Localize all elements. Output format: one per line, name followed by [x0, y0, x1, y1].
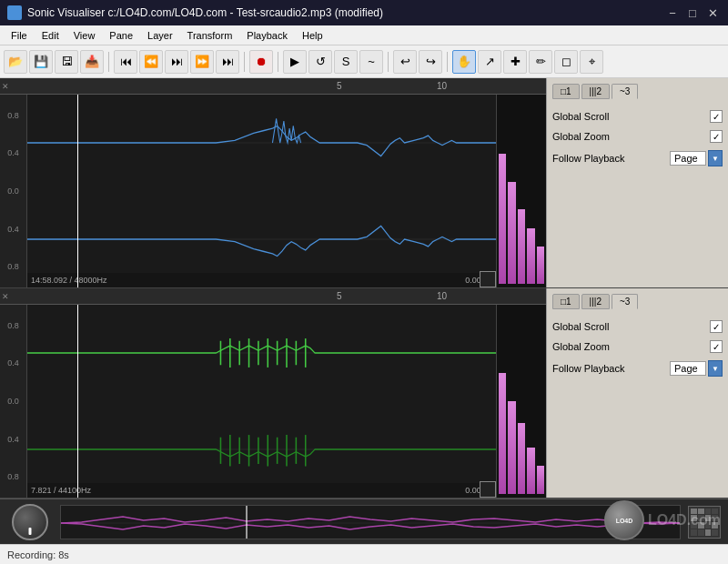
global-scroll-label-2: Global Scroll	[552, 321, 609, 332]
wave-status-1: 14:58.092 / 48000Hz 0.000|0	[27, 273, 496, 287]
follow-playback-value-2: Page	[670, 361, 706, 376]
status-bar: Recording: 8s	[0, 544, 728, 564]
loop-button[interactable]: ↺	[308, 50, 332, 74]
fast-forward[interactable]: ⏩	[190, 50, 214, 74]
close-button[interactable]: ✕	[704, 5, 721, 21]
erase-tool[interactable]: ◻	[554, 50, 578, 74]
menu-edit[interactable]: Edit	[35, 28, 66, 43]
menu-pane[interactable]: Pane	[102, 28, 140, 43]
y-label: 0.8	[7, 111, 19, 120]
follow-playback-label-1: Follow Playback	[552, 153, 624, 164]
watermark-area: LO4D LO4D.com	[604, 500, 721, 540]
menu-help[interactable]: Help	[295, 28, 330, 43]
playhead-1	[77, 95, 78, 287]
toolbar-sep-4	[388, 52, 389, 72]
record-button[interactable]: ⏺	[249, 50, 273, 74]
minimize-button[interactable]: −	[664, 5, 681, 21]
playback-waveform[interactable]	[60, 505, 681, 539]
follow-playback-row-1: Follow Playback Page ▼	[552, 148, 723, 168]
measure-tool[interactable]: ⌖	[580, 50, 603, 74]
save-button[interactable]: 💾	[29, 50, 53, 74]
open-button[interactable]: 📂	[4, 50, 27, 74]
undo-button[interactable]: ↩	[393, 50, 417, 74]
side-tab-2-wave[interactable]: □1	[552, 294, 580, 309]
meter-bar-1b	[508, 182, 515, 284]
edit-tool[interactable]: ✚	[503, 50, 527, 74]
global-scroll-row-1: Global Scroll	[552, 108, 723, 125]
ruler-tick-5-1: 5	[337, 81, 342, 91]
toolbar: 📂 💾 🖫 📥 ⏮ ⏪ ⏭ ⏩ ⏭ ⏺ ▶ ↺ S ~ ↩ ↪ ✋ ↗ ✚ ✏ …	[0, 45, 728, 78]
loop-checkbox-2[interactable]	[480, 481, 496, 498]
menu-transform[interactable]: Transform	[180, 28, 240, 43]
side-tab-2-spectrogram[interactable]: ~3	[612, 294, 638, 309]
meter-bar-2e	[537, 466, 544, 494]
menu-view[interactable]: View	[66, 28, 103, 43]
y-label-2: 0.4	[7, 358, 19, 368]
follow-playback-arrow-1[interactable]: ▼	[708, 150, 723, 166]
meter-bar-2c	[518, 423, 525, 494]
global-zoom-checkbox-1[interactable]	[710, 130, 723, 143]
y-label: 0.4	[7, 225, 19, 234]
solo-button[interactable]: S	[334, 50, 358, 74]
y-label-2: 0.4	[7, 435, 19, 444]
mute-button[interactable]: ~	[359, 50, 383, 74]
toolbar-sep-2	[244, 52, 245, 72]
side-tab-1-spectrum[interactable]: |||2	[581, 84, 610, 99]
menu-layer[interactable]: Layer	[140, 28, 180, 43]
menu-playback[interactable]: Playback	[239, 28, 295, 43]
play-pause[interactable]: ⏭	[165, 50, 188, 74]
app-icon	[7, 5, 22, 20]
y-label: 0.0	[7, 186, 19, 196]
toolbar-sep-1	[108, 52, 109, 72]
select-tool[interactable]: ↗	[478, 50, 501, 74]
side-tab-1-wave[interactable]: □1	[552, 84, 580, 99]
meter-bar-2b	[508, 401, 515, 494]
wave-ruler-1: ✕ 5 10	[0, 78, 546, 95]
wave-ruler-2: ✕ 5 10	[0, 288, 546, 305]
navigate-tool[interactable]: ✋	[452, 50, 476, 74]
global-zoom-checkbox-2[interactable]	[710, 340, 723, 353]
ruler-tick-10-2: 10	[437, 291, 447, 301]
wave-left-1[interactable]: ✕ 5 10 0.8 0.4 0.0 0.4 0.8	[0, 78, 546, 287]
wave-canvas-1[interactable]: 0.8 0.4 0.0 0.4 0.8	[0, 95, 546, 287]
meter-bar-2d	[527, 448, 534, 494]
side-tabs-1: □1 |||2 ~3	[552, 84, 723, 99]
global-scroll-checkbox-1[interactable]	[710, 110, 723, 123]
wave-left-2[interactable]: ✕ 5 10 0.8 0.4 0.0 0.4 0.8	[0, 288, 546, 498]
global-scroll-label-1: Global Scroll	[552, 111, 609, 122]
y-label: 0.8	[7, 262, 19, 271]
side-tab-2-spectrum[interactable]: |||2	[581, 294, 610, 309]
toolbar-sep-3	[278, 52, 278, 72]
follow-playback-row-2: Follow Playback Page ▼	[552, 358, 723, 378]
side-tab-1-spectrogram[interactable]: ~3	[612, 84, 638, 99]
global-scroll-checkbox-2[interactable]	[710, 320, 723, 333]
maximize-button[interactable]: □	[684, 5, 701, 21]
side-panel-2: □1 |||2 ~3 Global Scroll Global Zoom Fol…	[546, 288, 728, 498]
wave-content-2	[27, 305, 546, 498]
wave-canvas-2[interactable]: 0.8 0.4 0.0 0.4 0.8	[0, 305, 546, 498]
save-as-button[interactable]: 🖫	[55, 50, 78, 74]
side-panel-1: □1 |||2 ~3 Global Scroll Global Zoom Fol…	[546, 78, 728, 287]
ruler-tick-5-2: 5	[337, 291, 342, 301]
playback-waveform-svg	[61, 506, 680, 539]
forward-to-end[interactable]: ⏭	[216, 50, 239, 74]
meter-bar-2a	[499, 373, 506, 494]
import-button[interactable]: 📥	[80, 50, 104, 74]
level-meter-1	[496, 95, 546, 287]
draw-tool[interactable]: ✏	[529, 50, 552, 74]
rewind-to-start[interactable]: ⏮	[114, 50, 137, 74]
play-selection[interactable]: ▶	[283, 50, 307, 74]
follow-playback-dropdown-1: Page ▼	[670, 150, 723, 166]
loop-checkbox-1[interactable]	[480, 271, 496, 287]
follow-playback-dropdown-2: Page ▼	[670, 360, 723, 377]
global-scroll-row-2: Global Scroll	[552, 318, 723, 335]
window-controls: − □ ✕	[664, 5, 721, 21]
meter-bar-1c	[518, 209, 525, 284]
y-label-2: 0.8	[7, 472, 19, 481]
rewind[interactable]: ⏪	[139, 50, 163, 74]
playback-bar: LO4D LO4D.com	[0, 499, 728, 544]
menu-file[interactable]: File	[4, 28, 35, 43]
volume-dial[interactable]	[12, 504, 48, 540]
redo-button[interactable]: ↪	[419, 50, 442, 74]
follow-playback-arrow-2[interactable]: ▼	[708, 360, 723, 377]
